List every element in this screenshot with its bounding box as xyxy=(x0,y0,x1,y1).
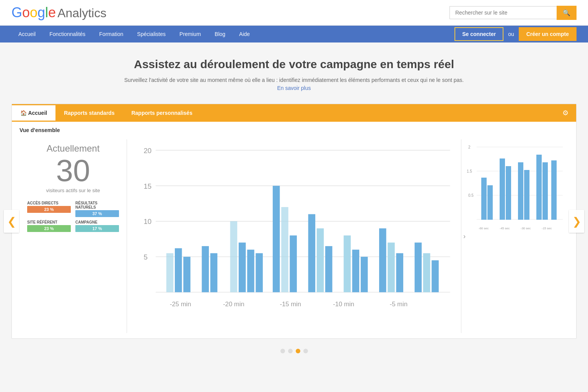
tab-rapports-personnalises[interactable]: Rapports personnalisés xyxy=(123,105,201,121)
right-chart: 2 1.5 0.5 xyxy=(461,139,568,248)
svg-rect-20 xyxy=(290,235,297,292)
nav-item-premium[interactable]: Premium xyxy=(173,26,208,42)
tab-rapports-standards[interactable]: Rapports standards xyxy=(55,105,123,121)
svg-rect-46 xyxy=(487,185,493,220)
svg-rect-32 xyxy=(432,260,439,292)
svg-rect-19 xyxy=(281,207,288,292)
svg-rect-31 xyxy=(423,253,430,292)
svg-rect-49 xyxy=(518,162,523,220)
svg-rect-30 xyxy=(415,243,422,292)
svg-rect-48 xyxy=(506,166,511,220)
svg-text:-5 min: -5 min xyxy=(390,301,407,308)
svg-text:-45 sec: -45 sec xyxy=(500,227,510,230)
dashboard-panel: 🏠 Accueil Rapports standards Rapports pe… xyxy=(11,104,577,339)
svg-text:-30 sec: -30 sec xyxy=(521,227,531,230)
svg-text:5: 5 xyxy=(143,253,147,261)
visitors-label: visiteurs actifs sur le site xyxy=(27,188,119,193)
carousel-right-button[interactable]: ❯ xyxy=(569,210,584,233)
legend-item-acces-directs: ACCÈS DIRECTS 23 % xyxy=(27,201,71,217)
search-input[interactable] xyxy=(450,6,557,19)
se-connecter-button[interactable]: Se connecter xyxy=(454,27,503,41)
carousel-dot-1[interactable] xyxy=(280,349,285,353)
legend-label-campagne: CAMPAGNE xyxy=(75,220,119,224)
carousel-dots xyxy=(0,343,588,359)
svg-rect-22 xyxy=(317,229,324,292)
svg-text:0.5: 0.5 xyxy=(468,193,474,198)
nav-item-aide[interactable]: Aide xyxy=(232,26,257,42)
legend-bar-campagne: 17 % xyxy=(75,225,119,232)
nav-item-blog[interactable]: Blog xyxy=(208,26,232,42)
gear-icon[interactable]: ⚙ xyxy=(555,104,576,122)
legend-label-site: SITE RÉFÉRENT xyxy=(27,220,71,224)
svg-rect-51 xyxy=(536,155,542,220)
carousel-left-button[interactable]: ❮ xyxy=(4,210,19,233)
svg-rect-29 xyxy=(396,253,404,292)
dashboard-wrapper: ❮ 🏠 Accueil Rapports standards Rapports … xyxy=(11,104,577,339)
svg-rect-11 xyxy=(183,257,191,292)
actuellement-label: Actuellement xyxy=(27,143,119,154)
svg-text:-10 min: -10 min xyxy=(333,301,354,308)
svg-text:-15 sec: -15 sec xyxy=(542,227,552,230)
logo: Google Analytics xyxy=(11,5,106,21)
svg-rect-10 xyxy=(175,248,182,292)
nav-item-accueil[interactable]: Accueil xyxy=(11,26,42,42)
svg-rect-47 xyxy=(500,158,505,220)
header: Google Analytics 🔍 xyxy=(0,0,588,26)
carousel-dot-3[interactable] xyxy=(296,349,300,353)
right-chart-svg: 2 1.5 0.5 xyxy=(465,143,565,243)
middle-chart-svg: 20 15 10 5 xyxy=(131,143,457,328)
creer-compte-button[interactable]: Créer un compte xyxy=(519,27,577,41)
nav-item-formation[interactable]: Formation xyxy=(92,26,130,42)
svg-rect-24 xyxy=(344,235,351,292)
svg-text:15: 15 xyxy=(143,182,151,190)
svg-text:-15 min: -15 min xyxy=(280,301,301,308)
legend-item-campagne: CAMPAGNE 17 % xyxy=(75,220,119,232)
svg-rect-13 xyxy=(210,253,218,292)
legend: ACCÈS DIRECTS 23 % RÉSULTATS NATURELS 37… xyxy=(27,201,119,232)
nav-item-fonctionnalites[interactable]: Fonctionnalités xyxy=(42,26,92,42)
legend-bar-acces: 23 % xyxy=(27,206,71,213)
search-button[interactable]: 🔍 xyxy=(557,6,577,20)
en-savoir-plus-link[interactable]: En savoir plus xyxy=(277,85,311,91)
svg-text:1.5: 1.5 xyxy=(467,169,472,173)
svg-rect-28 xyxy=(388,243,395,292)
home-icon: 🏠 xyxy=(20,110,27,116)
svg-rect-27 xyxy=(379,229,386,292)
nav-left: Accueil Fonctionnalités Formation Spécia… xyxy=(11,26,257,42)
svg-rect-45 xyxy=(481,178,487,220)
nav-right: Se connecter ou Créer un compte xyxy=(454,27,577,41)
carousel-dot-2[interactable] xyxy=(288,349,293,353)
legend-label-resultats: RÉSULTATS NATURELS xyxy=(75,201,119,209)
left-panel: Actuellement 30 visiteurs actifs sur le … xyxy=(20,139,127,239)
tab-accueil[interactable]: 🏠 Accueil xyxy=(12,105,55,121)
svg-rect-21 xyxy=(308,214,316,292)
svg-rect-50 xyxy=(524,170,529,220)
vue-ensemble-label: Vue d'ensemble xyxy=(20,127,568,133)
tab-accueil-label: Accueil xyxy=(28,110,47,116)
charts-row: Actuellement 30 visiteurs actifs sur le … xyxy=(20,139,568,333)
svg-rect-18 xyxy=(273,186,280,292)
svg-rect-9 xyxy=(166,253,174,292)
tab-left: 🏠 Accueil Rapports standards Rapports pe… xyxy=(12,105,201,121)
tab-bar: 🏠 Accueil Rapports standards Rapports pe… xyxy=(12,104,576,122)
svg-text:2: 2 xyxy=(468,145,471,149)
svg-rect-14 xyxy=(230,221,238,292)
svg-rect-26 xyxy=(361,257,368,292)
carousel-dot-4[interactable] xyxy=(303,349,308,353)
svg-rect-23 xyxy=(325,246,332,292)
svg-rect-52 xyxy=(542,162,548,220)
legend-label-acces: ACCÈS DIRECTS xyxy=(27,201,71,205)
legend-bar-site: 23 % xyxy=(27,225,71,232)
svg-text:10: 10 xyxy=(143,217,151,225)
hero-subtitle: Surveillez l'activité de votre site au m… xyxy=(122,76,466,92)
search-area: 🔍 xyxy=(450,6,577,20)
middle-chart: 20 15 10 5 xyxy=(127,139,461,333)
legend-item-resultats-naturels: RÉSULTATS NATURELS 37 % xyxy=(75,201,119,217)
svg-text:20: 20 xyxy=(143,147,151,155)
big-number: 30 xyxy=(27,155,119,186)
chart-expand-icon[interactable]: › xyxy=(463,232,466,240)
nav-item-specialistes[interactable]: Spécialistes xyxy=(130,26,173,42)
legend-bar-resultats: 37 % xyxy=(75,210,119,217)
svg-rect-12 xyxy=(202,246,209,292)
nav-ou-text: ou xyxy=(508,31,514,37)
